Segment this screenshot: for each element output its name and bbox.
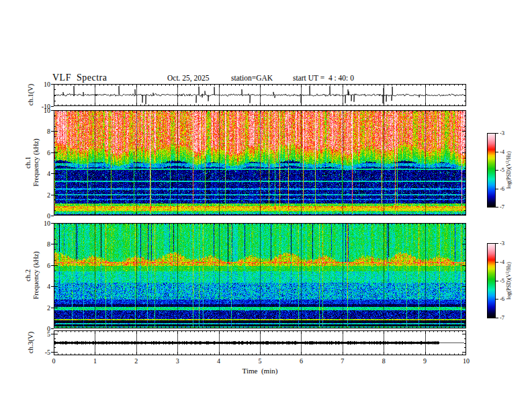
time-tick-label: 9: [423, 357, 427, 365]
y-tick-mark: [51, 286, 54, 287]
time-tick-label: 7: [341, 357, 344, 365]
time-axis-label: Time (min): [242, 367, 278, 375]
figure-title: VLF Spectra: [52, 73, 107, 83]
ch3-wave-ylabel: ch.3(V): [27, 332, 35, 353]
ch2-spec-ytick: 4: [47, 283, 50, 290]
ch2-spec-ylabel: ch.2 Frequency (kHz): [24, 251, 40, 299]
ch1-wave-ytick: 10: [44, 81, 50, 88]
vlf-spectra-figure: VLF Spectra Oct. 25, 2025 station=GAK st…: [0, 0, 532, 411]
time-tick-label: 2: [134, 357, 138, 365]
cb1-tick-label: -7: [500, 203, 504, 210]
y-tick-mark: [51, 173, 54, 174]
ch1-spec-ytick: 0: [47, 212, 50, 220]
ch1-wave-ylabel: ch.1(V): [27, 84, 35, 105]
time-tick-label: 6: [300, 357, 303, 365]
ch2-spec-ytick: 8: [47, 240, 50, 248]
ch1-colorbar: [487, 133, 498, 208]
start-ut-label: start UT = 4 : 40: 0: [293, 74, 354, 82]
y-tick-mark: [51, 110, 54, 111]
ch1-spec-ylabel-channel: ch.1: [24, 138, 32, 186]
y-tick-mark: [51, 152, 54, 153]
ch2-colorbar: [487, 243, 498, 318]
cb2-tick-label: -6: [500, 295, 504, 302]
cb1-tick-label: -5: [500, 167, 504, 173]
y-tick-mark: [51, 352, 54, 353]
cb2-tick-label: -3: [500, 240, 504, 246]
ch1-spec-ytick: 2: [47, 191, 50, 198]
ch2-spec-ylabel-channel: ch.2: [24, 251, 32, 299]
y-tick-mark: [51, 265, 54, 266]
y-tick-mark: [51, 308, 54, 308]
time-tick-label: 8: [382, 357, 386, 365]
ch2-spec-ytick: 6: [47, 261, 50, 269]
cb1-tick-label: -6: [500, 185, 504, 192]
time-tick-label: 4: [217, 357, 220, 365]
station-label: station=GAK: [231, 74, 273, 82]
time-tick-label: 5: [259, 357, 262, 365]
cb2-label-sup: 2: [505, 271, 509, 273]
cb1-label-pre: log(PSD)(V: [506, 163, 512, 189]
ch2-spec-ytick: 10: [44, 220, 50, 227]
ch2-spectrogram-panel: [54, 223, 466, 328]
y-tick-mark: [51, 216, 54, 216]
cb2-tick-label: -5: [500, 277, 504, 284]
cb1-tick-label: -3: [500, 130, 504, 136]
ch3-waveform-panel: [54, 330, 466, 355]
cb1-label-post: /Hz): [506, 151, 512, 161]
y-tick-mark: [51, 223, 54, 224]
y-tick-mark: [51, 131, 54, 132]
ch1-spec-ylabel-frequency: Frequency (kHz): [32, 138, 40, 186]
ch2-spec-ylabel-frequency: Frequency (kHz): [32, 251, 40, 299]
time-tick-label: 10: [463, 357, 470, 365]
y-tick-mark: [51, 334, 54, 334]
cb1-tick-label: -4: [500, 148, 504, 155]
y-tick-mark: [51, 106, 54, 107]
cb2-tick-label: -7: [500, 314, 504, 321]
ch1-spec-ylabel: ch.1 Frequency (kHz): [24, 138, 40, 186]
cb2-tick-label: -4: [500, 259, 504, 265]
cb1-label-sup: 2: [505, 161, 509, 163]
y-tick-mark: [51, 328, 54, 329]
y-tick-mark: [51, 84, 54, 85]
ch1-spectrogram-panel: [54, 110, 466, 216]
ch2-colorbar-label: log(PSD)(V2/Hz): [505, 262, 513, 300]
ch1-spec-ytick: 4: [47, 170, 50, 177]
cb2-label-post: /Hz): [506, 262, 512, 271]
ch1-colorbar-label: log(PSD)(V2/Hz): [505, 151, 513, 189]
ch2-spec-ytick: 2: [47, 304, 50, 311]
ch1-spec-ytick: 10: [44, 107, 50, 114]
y-tick-mark: [51, 195, 54, 195]
cb2-label-pre: log(PSD)(V: [506, 273, 512, 300]
ch3-wave-ytick: 5: [47, 330, 50, 337]
ch1-spec-ytick: 6: [47, 148, 50, 156]
time-tick-label: 0: [52, 357, 56, 365]
date-label: Oct. 25, 2025: [167, 74, 210, 82]
ch3-wave-ytick: -5: [45, 349, 50, 356]
ch1-spec-ytick: 8: [47, 128, 50, 135]
y-tick-mark: [51, 244, 54, 244]
time-tick-label: 3: [176, 357, 179, 365]
ch1-waveform-panel: [54, 84, 466, 106]
time-tick-label: 1: [93, 357, 97, 365]
